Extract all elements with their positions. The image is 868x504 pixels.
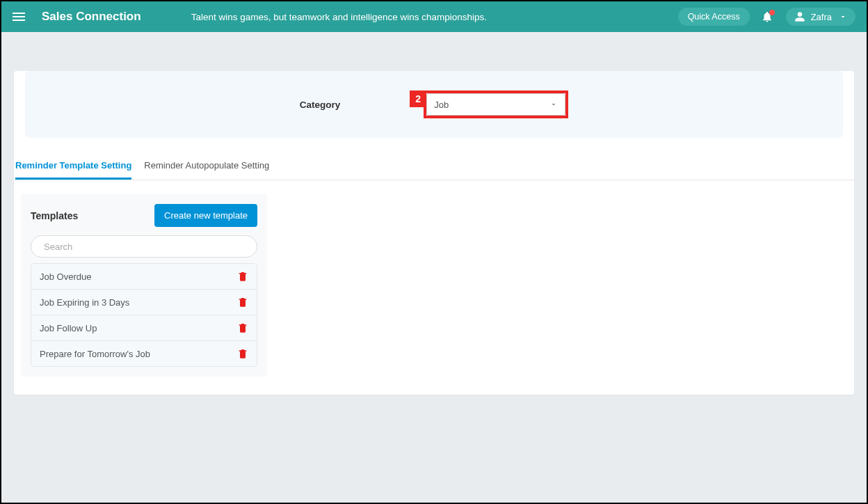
trash-icon [237,348,248,359]
quick-access-button[interactable]: Quick Access [678,8,750,26]
template-name: Prepare for Tomorrow's Job [40,349,150,359]
chevron-down-icon [839,13,847,21]
template-row[interactable]: Job Overdue [31,264,257,290]
category-select-highlight: 2 Job [424,90,568,118]
template-name: Job Expiring in 3 Days [40,297,129,308]
tagline-text: Talent wins games, but teamwork and inte… [191,12,678,22]
template-name: Job Overdue [40,271,91,282]
topbar: Sales Connection Talent wins games, but … [1,1,867,32]
tab-reminder-template-setting[interactable]: Reminder Template Setting [15,153,131,180]
user-icon [794,11,805,22]
user-menu[interactable]: Zafra [786,8,855,26]
tab-reminder-autopopulate-setting[interactable]: Reminder Autopopulate Setting [144,153,269,180]
trash-icon [237,271,248,282]
user-name: Zafra [811,12,832,22]
brand-title: Sales Connection [42,10,141,24]
content-card: Category 2 Job Reminder Template Setting… [14,71,854,395]
templates-panel-header: Templates Create new template [31,204,257,227]
templates-list: Job Overdue Job Expiring in 3 Days Job F… [31,263,257,367]
category-select[interactable]: Job [426,93,565,116]
template-row[interactable]: Job Expiring in 3 Days [31,290,257,315]
delete-template-button[interactable] [237,322,248,333]
delete-template-button[interactable] [237,297,248,308]
delete-template-button[interactable] [237,348,248,359]
page-area: Category 2 Job Reminder Template Setting… [1,71,867,504]
trash-icon [237,297,248,308]
callout-badge: 2 [410,90,426,107]
hamburger-menu-icon[interactable] [13,13,25,21]
templates-search-input[interactable] [31,235,257,258]
category-select-value: Job [434,100,449,110]
templates-panel: Templates Create new template Job Overdu… [21,194,267,377]
template-name: Job Follow Up [40,323,97,333]
trash-icon [237,322,248,333]
notification-badge [769,10,775,15]
template-row[interactable]: Prepare for Tomorrow's Job [31,341,257,366]
notifications-button[interactable] [761,10,773,23]
chevron-down-icon [549,100,558,109]
templates-panel-title: Templates [31,210,78,221]
template-row[interactable]: Job Follow Up [31,315,257,341]
category-bar: Category 2 Job [25,71,843,138]
delete-template-button[interactable] [237,271,248,282]
create-template-button[interactable]: Create new template [154,204,257,227]
tabs: Reminder Template Setting Reminder Autop… [14,153,854,180]
category-label: Category [300,100,341,110]
